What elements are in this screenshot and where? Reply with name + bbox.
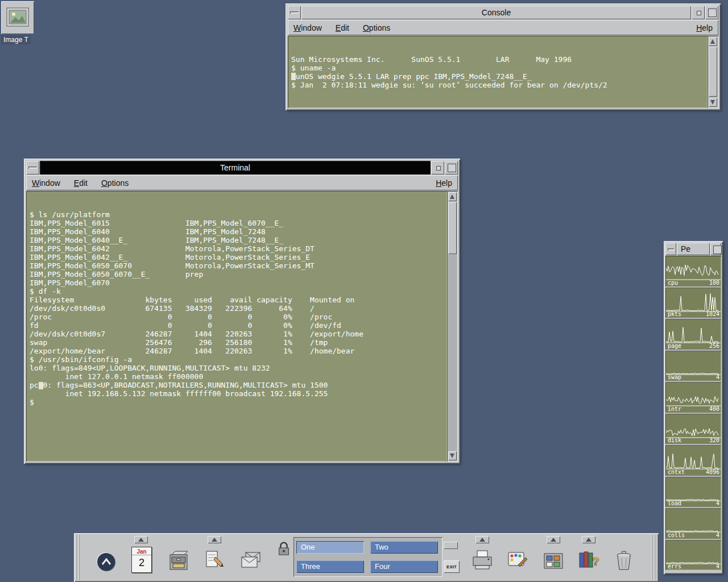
workspace-switch-area: OneTwoThreeFour [293,537,442,577]
window-menu-button[interactable] [288,6,301,19]
meter-graph [666,352,721,375]
meter-label: load [668,500,681,506]
subpanel-arrow-calendar[interactable] [134,536,148,543]
menu-item[interactable]: Edit [74,178,88,188]
terminal-line: IBM,PPS_Model_6050_6070 Motorola,PowerSt… [30,261,447,270]
workspace-button[interactable]: One [296,541,364,554]
maximize-button[interactable] [705,6,718,19]
terminal-line: Filesystem kbytes used avail capacity Mo… [30,296,447,304]
console-line: $ Jan 2 07:18:11 wedgie su: ‘su root’ su… [291,81,708,89]
terminal-menubar: WindowEditOptions Help [26,175,458,190]
scroll-down-icon[interactable] [709,98,717,107]
perf-meter-pkts: pkts1024 [665,286,721,318]
file-manager-button[interactable] [165,547,192,574]
text-editor-button[interactable] [201,547,228,574]
scrollbar-thumb[interactable] [709,47,717,97]
terminal-line: IBM,PPS_Model_6042 Motorola,PowerStack_S… [30,244,447,253]
perf-meter-list: cpu100pkts1024page256swap4intr400disk320… [665,256,721,570]
maximize-button[interactable] [710,243,721,255]
menu-item[interactable]: Window [32,178,60,188]
maximize-button[interactable] [445,161,458,174]
meter-graph [666,257,721,280]
window-menu-button[interactable] [665,243,676,255]
arrow-up-icon [212,538,217,542]
panel-menu-arrow-button[interactable] [97,553,115,571]
minimize-button[interactable] [692,6,705,19]
meter-graph [666,415,721,438]
meter-scale: 320 [709,437,719,443]
terminal-line: swap 256476 296 256180 1% /tmp [30,338,447,347]
terminal-text-cursor [39,382,43,389]
console-output[interactable]: Sun Microsystems Inc. SunOS 5.5.1 LAR Ma… [288,36,708,108]
minimize-button[interactable] [431,161,444,174]
meter-label: errs [668,563,681,569]
scroll-up-icon[interactable] [709,37,717,46]
terminal-titlebar[interactable]: Terminal [26,161,458,174]
terminal-output[interactable]: $ ls /usr/platformIBM,PPS_Model_6015 IBM… [26,191,447,462]
blank-panel-button[interactable] [444,542,458,549]
app-manager-button[interactable] [540,547,567,574]
lock-button[interactable] [275,540,292,557]
help-menu[interactable]: Help [436,178,452,188]
perf-meter-errs: errs4 [665,539,721,571]
subpanel-arrow-editor[interactable] [208,536,221,543]
panel-handle-left[interactable] [76,535,81,580]
help-manager-button[interactable]: ? [575,547,602,574]
perf-meter-colls: colls4 [665,507,721,539]
meter-scale: 1024 [706,311,719,317]
workspace-button[interactable]: Three [296,560,364,573]
console-scrollbar[interactable] [708,36,718,108]
arrow-up-icon [551,538,556,542]
meter-scale: 4 [716,532,719,538]
image-tool-icon[interactable] [1,1,34,34]
meter-label: swap [668,374,681,380]
terminal-line: inet 127.0.0.1 netmask ff000000 [30,372,447,381]
terminal-line: IBM,PPS_Model_6040 IBM,PPS_Model_7248 [30,227,447,236]
perf-meter-title: Pe [677,243,710,255]
perf-meter-swap: swap4 [665,350,721,381]
scroll-down-icon[interactable] [448,451,457,460]
workspace-label: Four [375,562,390,571]
subpanel-arrow-printer[interactable] [475,536,489,543]
style-manager-button[interactable] [504,547,532,574]
mailer-button[interactable] [237,547,264,574]
meter-scale: 4 [716,500,719,506]
meter-label: cntxt [668,469,685,475]
meter-label: intr [668,406,681,412]
console-titlebar[interactable]: Console [288,6,718,19]
printer-button[interactable] [469,547,496,574]
menu-item[interactable]: Options [363,23,390,32]
workspace-button[interactable]: Two [370,541,438,554]
menu-item[interactable]: Window [293,23,322,32]
terminal-scrollbar[interactable] [447,191,458,462]
lock-icon [275,540,292,557]
terminal-title: Terminal [40,161,431,174]
terminal-line: IBM,PPS_Model_6070 [30,278,447,287]
terminal-line: $ [30,398,447,406]
workspace-button[interactable]: Four [370,560,438,573]
exit-button[interactable]: EXIT [444,560,460,573]
menu-item[interactable]: Edit [336,23,349,32]
console-line: SunOS wedgie 5.5.1 LAR prep ppc IBM,PPS_… [291,72,708,81]
subpanel-arrow-help[interactable] [582,536,595,543]
perf-meter-titlebar[interactable]: Pe [665,243,721,255]
meter-scale: 400 [709,406,719,412]
menu-item[interactable]: Options [101,178,129,188]
scroll-up-icon[interactable] [448,192,457,201]
perf-meter-load: load4 [665,476,721,508]
terminal-line: /export/home/bear 246287 1404 220263 1% … [30,347,447,355]
window-menu-button[interactable] [26,161,39,174]
trash-button[interactable] [610,547,638,574]
scrollbar-thumb[interactable] [448,202,457,254]
meter-graph [666,541,721,564]
panel-handle-right[interactable] [651,535,657,580]
desktop[interactable]: Image T Console WindowEditOptions Help S… [0,0,728,582]
calendar-button[interactable]: Jan 2 [131,547,152,573]
image-tool-minimized-window[interactable]: Image T [1,1,38,44]
meter-graph [666,289,721,312]
subpanel-arrow-appmanager[interactable] [547,536,560,543]
terminal-line: IBM,PPS_Model_6050_6070__E_ prep [30,270,447,278]
help-menu[interactable]: Help [696,23,713,32]
console-title: Console [301,6,691,19]
meter-graph [666,509,721,533]
